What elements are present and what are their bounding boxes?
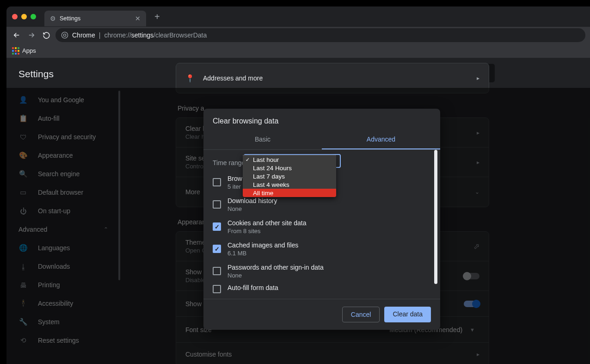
checkbox-checked[interactable]: ✓ <box>213 222 221 231</box>
option-sub: None <box>227 272 324 279</box>
omnibox-url: chrome://settings/clearBrowserData <box>104 31 207 39</box>
checkbox[interactable] <box>213 178 221 186</box>
option-sub: 6.1 MB <box>227 250 298 257</box>
cancel-button[interactable]: Cancel <box>342 307 380 322</box>
dialog-title: Clear browsing data <box>203 109 440 130</box>
dialog-tabs: Basic Advanced <box>203 130 440 150</box>
dropdown-item-last-24-hours[interactable]: Last 24 Hours <box>243 164 336 172</box>
option-cached[interactable]: ✓ Cached images and files6.1 MB <box>203 238 440 260</box>
titlebar: ⚙ Settings ✕ + <box>6 6 590 27</box>
tab-title: Settings <box>60 15 80 22</box>
svg-point-1 <box>63 34 66 36</box>
option-sub: None <box>227 205 277 212</box>
dropdown-item-all-time[interactable]: All time <box>243 189 336 197</box>
chevron-right-icon: ▸ <box>477 75 479 81</box>
scrollbar[interactable] <box>434 150 437 284</box>
dialog-footer: Cancel Clear data <box>203 299 440 330</box>
option-title: Passwords and other sign-in data <box>227 264 324 271</box>
option-passwords[interactable]: Passwords and other sign-in dataNone <box>203 260 440 282</box>
bookmarks-bar: Apps <box>6 43 590 58</box>
chrome-icon <box>61 31 68 39</box>
option-title: Cached images and files <box>227 241 298 249</box>
minimize-window-button[interactable] <box>21 14 27 19</box>
tab-advanced[interactable]: Advanced <box>322 130 440 149</box>
checkbox[interactable] <box>213 285 221 293</box>
omnibox-separator: | <box>99 31 101 39</box>
checkbox-checked[interactable]: ✓ <box>213 245 221 253</box>
clear-browsing-dialog: Clear browsing data Basic Advanced Time … <box>203 109 440 330</box>
location-icon: 📍 <box>185 74 195 83</box>
dropdown-item-last-7-days[interactable]: Last 7 days <box>243 172 336 180</box>
option-autofill[interactable]: Auto-fill form data <box>203 282 440 296</box>
option-sub: From 8 sites <box>227 228 306 234</box>
tab-basic[interactable]: Basic <box>203 130 322 149</box>
option-title: Brow <box>227 175 242 182</box>
time-range-dropdown[interactable]: Last hour Last 24 Hours Last 7 days Last… <box>243 155 336 197</box>
checkbox[interactable] <box>213 267 221 275</box>
close-window-button[interactable] <box>12 14 18 19</box>
option-title: Download history <box>227 197 277 204</box>
apps-icon[interactable] <box>12 47 19 55</box>
option-title: Cookies and other site data <box>227 219 306 227</box>
back-button[interactable] <box>11 30 22 41</box>
close-tab-icon[interactable]: ✕ <box>135 15 141 22</box>
option-sub: 5 iter <box>227 183 242 190</box>
svg-point-0 <box>61 32 68 38</box>
maximize-window-button[interactable] <box>31 14 36 19</box>
omnibox-product: Chrome <box>72 31 95 39</box>
apps-label[interactable]: Apps <box>22 47 36 54</box>
time-range-label: Time range <box>213 159 245 167</box>
omnibox[interactable]: Chrome | chrome://settings/clearBrowserD… <box>55 28 585 42</box>
option-cookies[interactable]: ✓ Cookies and other site dataFrom 8 site… <box>203 216 440 238</box>
checkbox[interactable] <box>213 200 221 209</box>
browser-tab[interactable]: ⚙ Settings ✕ <box>44 11 146 26</box>
gear-icon: ⚙ <box>50 15 56 22</box>
reload-button[interactable] <box>41 30 52 41</box>
row-title: Addresses and more <box>203 74 263 82</box>
window-controls <box>12 14 36 19</box>
dropdown-item-last-4-weeks[interactable]: Last 4 weeks <box>243 180 336 189</box>
option-title: Auto-fill form data <box>227 284 278 291</box>
new-tab-button[interactable]: + <box>154 12 160 22</box>
forward-button[interactable] <box>26 30 37 41</box>
dropdown-item-last-hour[interactable]: Last hour <box>243 155 336 164</box>
clear-data-button[interactable]: Clear data <box>384 307 431 322</box>
address-bar: Chrome | chrome://settings/clearBrowserD… <box>6 27 590 43</box>
